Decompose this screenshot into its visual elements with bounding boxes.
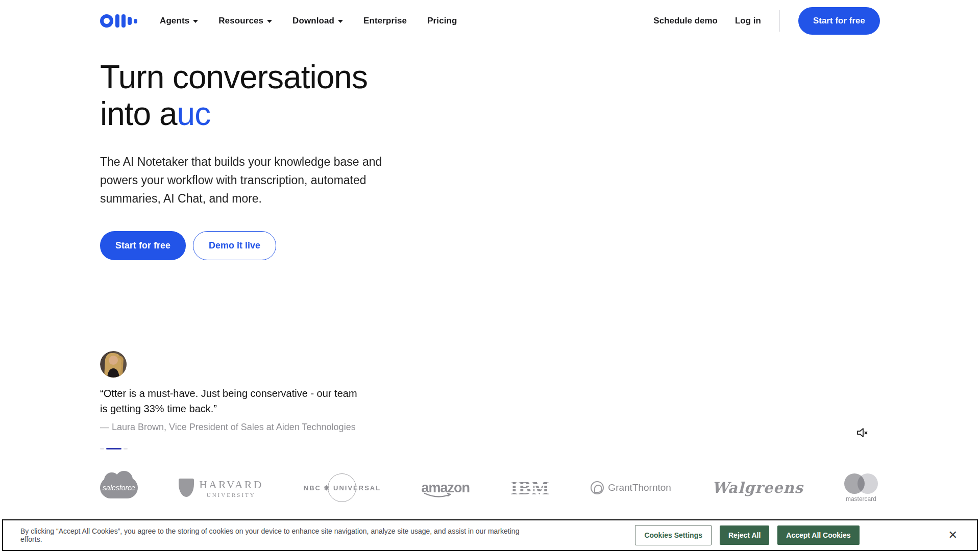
top-navigation: Agents Resources Download Enterprise Pri… [0,0,980,42]
grant-thornton-swirl-icon [591,481,604,494]
cookies-settings-button[interactable]: Cookies Settings [635,525,712,545]
close-icon[interactable]: ✕ [946,528,960,543]
harvard-label: HARVARD UNIVERSITY [199,478,263,498]
nav-item-pricing[interactable]: Pricing [427,16,457,26]
testimonial-avatar [100,351,127,378]
amazon-smile-icon [424,492,453,499]
headline-line2-prefix: into a [100,95,177,132]
logo-nbc-universal: NBC ❋ UNIVERSAL [304,473,380,502]
logo-walgreens: Walgreens [712,479,803,496]
carousel-indicator[interactable] [100,448,365,449]
nav-item-label: Pricing [427,16,457,26]
harvard-shield-icon [179,479,194,497]
otter-logo[interactable] [100,14,137,28]
hero-subtitle: The AI Notetaker that builds your knowle… [100,153,386,208]
accept-all-cookies-button[interactable]: Accept All Cookies [777,525,859,545]
hero-cta-row: Start for free Demo it live [100,231,468,260]
salesforce-label: salesforce [103,484,135,492]
harvard-line1: HARVARD [199,478,263,491]
chevron-down-icon [338,20,343,23]
logo-harvard: HARVARD UNIVERSITY [179,478,263,498]
mastercard-circles-icon [844,473,878,494]
logo-grant-thornton: GrantThornton [591,481,671,494]
mute-icon[interactable] [855,426,869,439]
customer-logos-row: salesforce HARVARD UNIVERSITY NBC ❋ UNIV… [100,468,878,507]
carousel-segment[interactable] [124,448,128,449]
otter-logo-o-icon [100,14,113,28]
headline-line1: Turn conversations [100,59,368,95]
reject-all-button[interactable]: Reject All [720,525,769,545]
chevron-down-icon [267,20,272,23]
salesforce-cloud-icon: salesforce [100,477,138,498]
otter-logo-dot-icon [134,19,137,23]
nav-item-label: Enterprise [363,16,407,26]
headline-typed-text: uc [177,95,211,132]
nbc-label: NBC ❋ UNIVERSAL [304,484,381,492]
carousel-segment[interactable] [100,448,104,449]
nav-item-label: Agents [160,16,189,26]
otter-logo-bar-icon [128,17,132,25]
demo-it-live-button[interactable]: Demo it live [193,231,276,260]
carousel-segment-active[interactable] [106,448,121,449]
logo-salesforce: salesforce [100,477,138,498]
logo-mastercard: mastercard [844,473,878,503]
nav-divider [779,10,780,32]
logo-amazon: amazon [422,480,470,496]
nav-item-label: Resources [218,16,263,26]
nbc-text1: NBC [304,484,321,492]
ibm-stripes-icon [510,479,550,497]
nav-item-resources[interactable]: Resources [218,16,272,26]
nbc-text2: UNIVERSAL [333,484,381,492]
testimonial-attribution: — Laura Brown, Vice President of Sales a… [100,422,365,433]
start-for-free-hero-button[interactable]: Start for free [100,231,186,260]
login-link[interactable]: Log in [735,16,761,26]
hero-headline: Turn conversations into auc [100,59,468,132]
start-for-free-nav-button[interactable]: Start for free [798,7,880,35]
nav-item-agents[interactable]: Agents [160,16,198,26]
testimonial-quote: “Otter is a must-have. Just being conser… [100,386,365,416]
harvard-line2: UNIVERSITY [199,492,263,498]
logo-ibm: IBM [510,479,550,497]
cookie-actions: Cookies Settings Reject All Accept All C… [635,525,859,545]
grant-thornton-label: GrantThornton [608,482,671,493]
nav-item-label: Download [292,16,334,26]
mastercard-label: mastercard [846,495,876,503]
schedule-demo-link[interactable]: Schedule demo [653,16,718,26]
nav-item-enterprise[interactable]: Enterprise [363,16,407,26]
cookie-message: By clicking “Accept All Cookies”, you ag… [20,527,526,543]
walgreens-label: Walgreens [712,479,803,496]
hero-section: Turn conversations into auc The AI Notet… [100,59,468,260]
nav-item-download[interactable]: Download [292,16,343,26]
cookie-banner: By clicking “Accept All Cookies”, you ag… [2,519,978,551]
nav-links: Agents Resources Download Enterprise Pri… [160,16,457,26]
otter-logo-bar-icon [115,14,119,28]
chevron-down-icon [193,20,198,23]
otter-logo-bar-icon [121,14,126,28]
testimonial-section: “Otter is a must-have. Just being conser… [100,351,365,449]
nav-right: Schedule demo Log in Start for free [653,7,880,35]
